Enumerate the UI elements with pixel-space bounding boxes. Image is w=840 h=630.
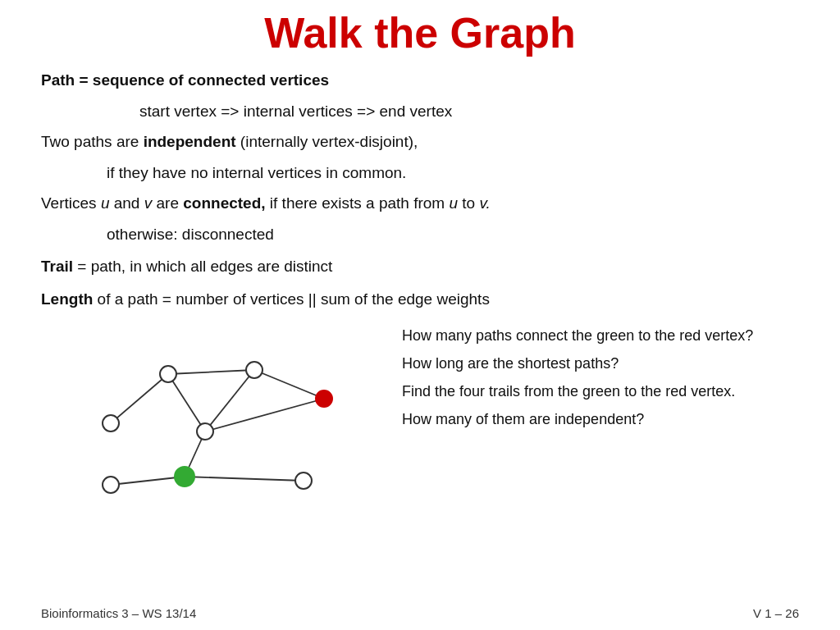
v2-italic: v. bbox=[479, 194, 490, 212]
trail-bold: Trail bbox=[41, 258, 73, 275]
path-bold: Path = sequence of connected vertices bbox=[41, 71, 329, 89]
connected-line1: Vertices u and v are connected, if there… bbox=[41, 192, 799, 215]
question-4: How many of them are independent? bbox=[402, 409, 799, 431]
svg-point-15 bbox=[103, 477, 119, 493]
footer-right: V 1 – 26 bbox=[753, 606, 799, 620]
content: Path = sequence of connected vertices st… bbox=[41, 69, 799, 310]
graph-svg bbox=[41, 325, 386, 505]
page-title: Walk the Graph bbox=[41, 8, 799, 57]
length-bold: Length bbox=[41, 290, 93, 308]
independent-text-bold: independent bbox=[144, 133, 236, 150]
vertices-text: Vertices bbox=[41, 194, 97, 212]
graph-area bbox=[41, 325, 386, 505]
independent-text-1: Two paths are bbox=[41, 133, 139, 150]
svg-line-7 bbox=[185, 477, 304, 481]
length-rest: of a path = number of vertices || sum of… bbox=[98, 290, 490, 308]
length-line: Length of a path = number of vertices ||… bbox=[41, 288, 799, 311]
trail-rest: = path, in which all edges are distinct bbox=[77, 258, 332, 275]
svg-line-1 bbox=[168, 370, 254, 374]
question-2: How long are the shortest paths? bbox=[402, 353, 799, 376]
svg-line-8 bbox=[205, 399, 324, 431]
question-3: Find the four trails from the green to t… bbox=[402, 381, 799, 404]
page: Walk the Graph Path = sequence of connec… bbox=[0, 0, 840, 630]
v-italic: v bbox=[144, 194, 157, 212]
svg-point-14 bbox=[175, 467, 194, 486]
u2-italic: u bbox=[449, 194, 462, 212]
path-definition-2: start vertex => internal vertices => end… bbox=[41, 100, 799, 123]
svg-line-6 bbox=[111, 477, 185, 485]
svg-point-13 bbox=[197, 423, 213, 440]
footer: Bioinformatics 3 – WS 13/14 V 1 – 26 bbox=[41, 606, 799, 620]
svg-line-0 bbox=[111, 374, 168, 423]
svg-point-10 bbox=[160, 366, 176, 382]
if-text: if there exists a path from bbox=[270, 194, 445, 212]
footer-left: Bioinformatics 3 – WS 13/14 bbox=[41, 606, 196, 620]
independent-text-2: (internally vertex-disjoint), bbox=[240, 133, 418, 150]
svg-line-4 bbox=[205, 370, 254, 431]
svg-point-9 bbox=[103, 415, 119, 431]
u-italic: u bbox=[101, 194, 114, 212]
svg-point-11 bbox=[246, 362, 262, 378]
questions-area: How many paths connect the green to the … bbox=[386, 325, 799, 436]
svg-point-12 bbox=[316, 390, 332, 407]
svg-point-16 bbox=[295, 472, 312, 489]
path-definition: Path = sequence of connected vertices bbox=[41, 69, 799, 92]
connected-bold: connected, bbox=[183, 194, 265, 212]
bottom-section: How many paths connect the green to the … bbox=[41, 325, 799, 505]
independent-line2: if they have no internal vertices in com… bbox=[41, 162, 799, 185]
trail-line: Trail = path, in which all edges are dis… bbox=[41, 255, 799, 278]
disconnected-line: otherwise: disconnected bbox=[41, 223, 799, 246]
and-text: and bbox=[114, 194, 140, 212]
independent-line1: Two paths are independent (internally ve… bbox=[41, 130, 799, 153]
svg-line-3 bbox=[168, 374, 205, 431]
are-text: are bbox=[157, 194, 179, 212]
question-1: How many paths connect the green to the … bbox=[402, 325, 799, 348]
to-text: to bbox=[462, 194, 475, 212]
svg-line-2 bbox=[254, 370, 324, 399]
